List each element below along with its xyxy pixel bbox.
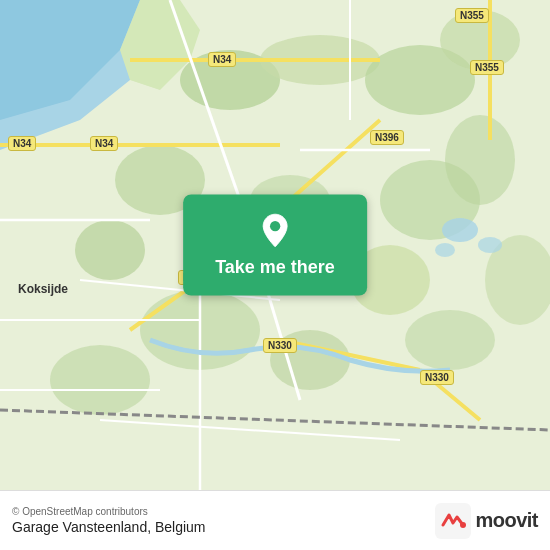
- road-label-n330-mid: N330: [263, 338, 297, 353]
- svg-point-37: [270, 221, 280, 231]
- town-label-koksijde: Koksijde: [18, 282, 68, 296]
- road-label-n355-top: N355: [455, 8, 489, 23]
- svg-point-16: [442, 218, 478, 242]
- svg-point-13: [50, 345, 150, 415]
- moovit-text: moovit: [475, 509, 538, 532]
- location-pin-icon: [257, 213, 293, 249]
- road-label-n330-right: N330: [420, 370, 454, 385]
- copyright-text: © OpenStreetMap contributors: [12, 506, 435, 517]
- road-label-n396-right: N396: [370, 130, 404, 145]
- svg-point-17: [478, 237, 502, 253]
- svg-point-6: [75, 220, 145, 280]
- take-me-there-button[interactable]: Take me there: [183, 195, 367, 296]
- location-name: Garage Vansteenland, Belgium: [12, 519, 435, 535]
- svg-point-39: [460, 522, 466, 528]
- moovit-icon: [435, 503, 471, 539]
- bottom-bar: © OpenStreetMap contributors Garage Vans…: [0, 490, 550, 550]
- road-label-n34-left: N34: [8, 136, 36, 151]
- location-info: © OpenStreetMap contributors Garage Vans…: [12, 506, 435, 535]
- moovit-logo: moovit: [435, 503, 538, 539]
- road-label-n34-mid: N34: [90, 136, 118, 151]
- svg-point-10: [445, 115, 515, 205]
- svg-point-14: [405, 310, 495, 370]
- map-container: N34 N34 N34 N355 N355 N396 N396 N330 N33…: [0, 0, 550, 490]
- cta-label: Take me there: [215, 257, 335, 278]
- road-label-n355-right: N355: [470, 60, 504, 75]
- road-label-n34-top: N34: [208, 52, 236, 67]
- svg-point-18: [435, 243, 455, 257]
